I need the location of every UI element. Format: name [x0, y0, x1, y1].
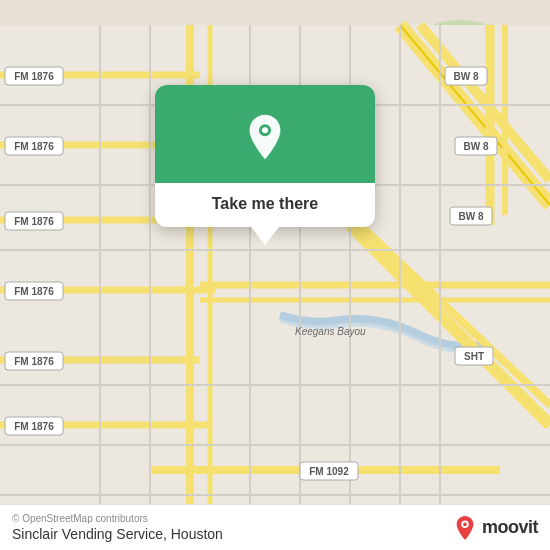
take-me-there-button[interactable]: Take me there [155, 183, 375, 227]
popup-green-header [155, 85, 375, 183]
svg-text:SHT: SHT [464, 351, 484, 362]
svg-text:Keegans Bayou: Keegans Bayou [295, 326, 366, 337]
svg-text:FM 1876: FM 1876 [14, 71, 54, 82]
svg-point-60 [463, 522, 467, 526]
moovit-pin-icon [454, 515, 476, 541]
svg-text:FM 1092: FM 1092 [309, 466, 349, 477]
bottom-left: © OpenStreetMap contributors Sinclair Ve… [12, 513, 223, 542]
map-svg: FM 1876 FM 1876 FM 1876 FM 1876 FM 1876 … [0, 0, 550, 550]
svg-text:BW 8: BW 8 [459, 211, 484, 222]
svg-text:FM 1876: FM 1876 [14, 356, 54, 367]
svg-text:FM 1876: FM 1876 [14, 216, 54, 227]
map-container: FM 1876 FM 1876 FM 1876 FM 1876 FM 1876 … [0, 0, 550, 550]
map-attribution: © OpenStreetMap contributors [12, 513, 223, 524]
location-name: Sinclair Vending Service, Houston [12, 526, 223, 542]
moovit-brand-text: moovit [482, 517, 538, 538]
moovit-logo: moovit [454, 515, 538, 541]
bottom-bar: © OpenStreetMap contributors Sinclair Ve… [0, 504, 550, 550]
svg-point-58 [262, 127, 268, 133]
svg-text:BW 8: BW 8 [454, 71, 479, 82]
svg-text:FM 1876: FM 1876 [14, 421, 54, 432]
popup-tail [251, 227, 279, 245]
svg-text:FM 1876: FM 1876 [14, 141, 54, 152]
popup-card: Take me there [155, 85, 375, 227]
svg-text:BW 8: BW 8 [464, 141, 489, 152]
location-pin-icon [241, 113, 289, 161]
svg-text:FM 1876: FM 1876 [14, 286, 54, 297]
